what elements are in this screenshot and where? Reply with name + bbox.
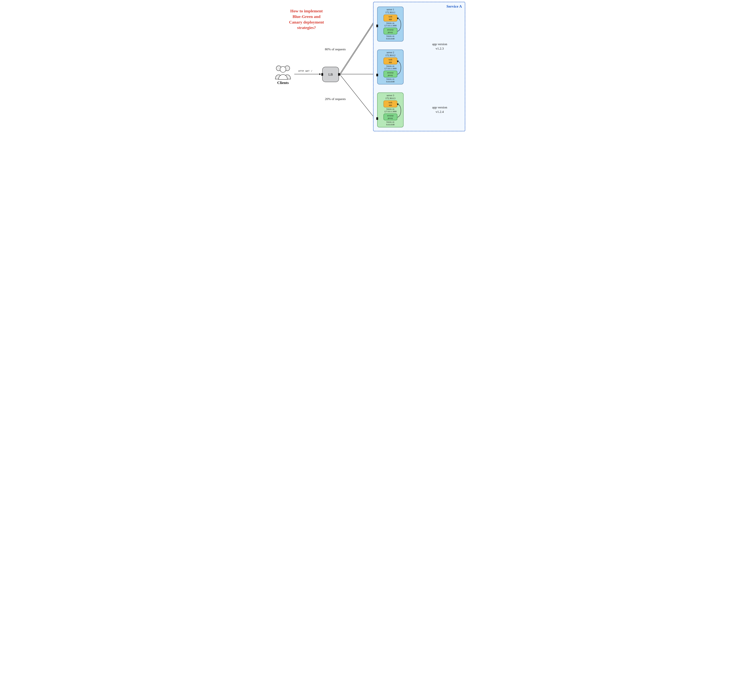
diagram-stage: How to implementBlue-Green andCanary dep… [266,0,469,135]
svg-line-11 [340,74,374,118]
server-1-proxy-listen: listens on0.0.0.0:80 [377,35,403,40]
server-1-name: server 1 [377,8,403,11]
server-3-port [376,117,378,120]
server-1-webapp: webapp [383,15,398,22]
svg-point-3 [280,66,286,72]
server-2-webapp: webapp [383,57,398,65]
clients-label: Clients [274,81,292,85]
svg-marker-5 [319,73,321,75]
pct-top: 80% of requests [325,47,346,51]
service-a-box: Service A server 1 172.30.0.1 webapp lis… [373,2,465,131]
lb-port-left [321,73,323,76]
server-1-revproxy: reverseproxy [383,28,398,35]
pct-bot: 20% of requests [325,97,346,101]
server-3-ip: 172.30.0.3 [377,97,403,100]
clients-icon [273,65,292,81]
server-2-revproxy: reverseproxy [383,71,398,78]
load-balancer-box: LB [322,67,339,82]
version-top: app versionv1.2.3 [427,42,453,51]
server-2-port [376,74,378,76]
server-2-proxy-listen: listens on0.0.0.0:80 [377,78,403,83]
server-1-card: server 1 172.30.0.1 webapp listens on127… [377,7,403,41]
server-3-webapp: webapp [383,100,398,107]
version-bot: app versionv1.2.4 [427,105,453,114]
server-1-port [376,25,378,27]
server-3-card: server 3 172.30.0.3 webapp listens on127… [377,93,403,127]
server-1-curve [396,17,403,33]
server-3-proxy-listen: listens on0.0.0.0:80 [377,121,403,126]
server-2-name: server 2 [377,51,403,54]
server-3-name: server 3 [377,94,403,97]
server-2-ip: 172.30.0.2 [377,54,403,57]
service-a-label: Service A [446,4,462,9]
server-1-ip: 172.30.0.1 [377,11,403,14]
server-2-curve [396,60,403,76]
http-arrow [294,73,321,76]
http-get-label: HTTP GET / [298,70,312,72]
server-3-curve [396,103,403,119]
diagram-title: How to implementBlue-Green andCanary dep… [280,8,333,31]
server-3-revproxy: reverseproxy [383,113,398,121]
server-2-card: server 2 172.30.0.2 webapp listens on127… [377,50,403,84]
lb-label: LB [329,72,333,76]
lb-arrows [339,15,377,97]
